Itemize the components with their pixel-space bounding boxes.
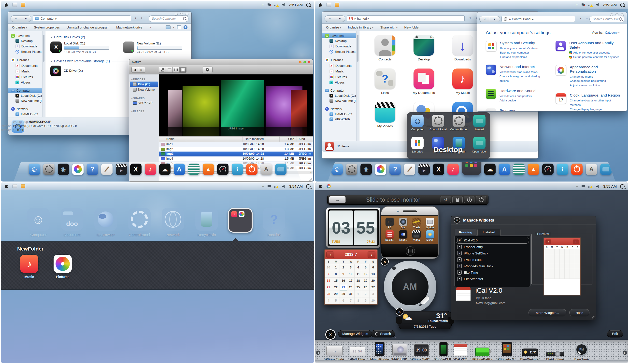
cp-link[interactable]: Change the theme: [570, 75, 622, 79]
cp-category-network-and-internet[interactable]: Network and InternetView network status …: [486, 65, 547, 83]
help-dock-icon[interactable]: ?: [87, 164, 98, 175]
clock[interactable]: 3:55 AM: [603, 184, 617, 188]
app-menu-icon[interactable]: [12, 3, 17, 7]
music-dock-icon[interactable]: ♪: [145, 164, 156, 175]
cp-link[interactable]: Adjust screen resolution: [570, 83, 622, 88]
about-dock-icon[interactable]: i: [232, 164, 243, 175]
spotlight-icon[interactable]: [306, 3, 311, 7]
file-icon-my-music[interactable]: ♪My Music: [444, 69, 481, 95]
group-header[interactable]: ◢Hard Disk Drives (2): [50, 35, 186, 39]
folder-menu-icon[interactable]: [21, 3, 25, 7]
cp-category-appearance-and-personalization[interactable]: Appearance and PersonalizationChange the…: [556, 65, 622, 88]
calendar-cell[interactable]: 13: [369, 271, 377, 277]
calendar-cell[interactable]: 1: [332, 264, 339, 271]
file-icon-downloads[interactable]: ↓Downloads: [444, 35, 481, 61]
sidebar-item-desktop[interactable]: Desktop: [8, 38, 45, 43]
volume-icon[interactable]: [596, 185, 600, 188]
widget-checkbox[interactable]: ×: [458, 238, 462, 243]
widget-checkbox[interactable]: ×: [457, 277, 462, 281]
calendar-cell[interactable]: 12: [362, 271, 369, 277]
apple-menu-icon[interactable]: [4, 184, 8, 188]
address-dropdown-icon[interactable]: ▾: [135, 16, 136, 20]
cp-link[interactable]: Set up parental controls for any user: [569, 55, 622, 59]
coverflow-image-2[interactable]: [182, 86, 219, 127]
volume-icon[interactable]: [282, 185, 286, 188]
sidebar-item-downloads[interactable]: Downloads: [8, 43, 45, 49]
column-name[interactable]: Name: [159, 136, 243, 142]
widget-dock-iphone-selc-[interactable]: 1900iPhone SelC...: [410, 341, 432, 361]
phone-app-trash[interactable]: Trash: [410, 218, 423, 230]
calendar-cell[interactable]: 10: [347, 271, 354, 277]
prev-icon[interactable]: ‹: [545, 240, 551, 244]
sidebar-item-downloads[interactable]: Downloads: [322, 43, 359, 49]
sidebar-item-desktop[interactable]: Desktop: [322, 38, 359, 43]
cp-category-programs[interactable]: AProgramsUninstall a program: [486, 108, 547, 112]
breadcrumb[interactable]: ▸ Control Panel ▸: [501, 16, 575, 22]
stack-item-libraries[interactable]: Libraries: [408, 137, 427, 153]
launchpad-item-controlpanel[interactable]: ControlPanel: [125, 208, 154, 237]
phone-app-deskt-[interactable]: Deskt...: [383, 230, 396, 242]
cloud-dock-icon[interactable]: ☁: [159, 164, 170, 175]
sidebar-item-libraries[interactable]: Libraries: [322, 57, 359, 63]
app-store-dock-icon[interactable]: A: [174, 164, 185, 175]
action-center-flag-icon[interactable]: [582, 3, 585, 6]
preview-pane-icon[interactable]: [177, 25, 181, 29]
calendar-cell[interactable]: 30: [340, 291, 347, 297]
coverflow-image-1[interactable]: [168, 90, 182, 127]
widget-dock-ekertime[interactable]: PMEkerTime: [571, 341, 593, 361]
overflow-chevron[interactable]: »: [149, 25, 151, 29]
menu-item-organize[interactable]: Organize▾: [12, 25, 27, 29]
cp-link[interactable]: Back up your computer: [500, 51, 538, 55]
column-date-modified[interactable]: Date modified: [243, 136, 279, 142]
dashboard-dock-icon[interactable]: [542, 164, 554, 175]
back-forward-buttons[interactable]: ◂▸: [10, 15, 31, 22]
widget-row-iphone-slide[interactable]: ×iPhone Slide: [456, 256, 529, 263]
address-dropdown-icon[interactable]: ▾: [470, 16, 471, 20]
view-by-value[interactable]: Category: [605, 31, 618, 34]
apple-menu-icon[interactable]: [318, 184, 322, 188]
calendar-cell[interactable]: 1: [354, 291, 362, 297]
calendar-cell[interactable]: 7: [325, 271, 332, 277]
network-warning-icon[interactable]: [275, 185, 278, 188]
widget-dock-iphone4s-m-[interactable]: iPhone4s M...: [496, 341, 518, 361]
file-icon-my-documents[interactable]: My Documents: [405, 69, 443, 95]
close-window-button[interactable]: ×: [454, 217, 460, 224]
sidebar-scrollbar[interactable]: [356, 31, 359, 141]
sidebar-item-hamed-pc[interactable]: HAMED-PC: [322, 112, 359, 117]
widget-checkbox[interactable]: ×: [457, 245, 462, 249]
sidebar-item-local-disk-c-[interactable]: Local Disk (C:): [8, 93, 45, 98]
power-button[interactable]: [476, 196, 486, 203]
settings-dock-icon[interactable]: [43, 164, 55, 175]
file-row-img3[interactable]: img310/06/09, 14:281.4 MBJPEG Im: [159, 151, 313, 156]
calendar-cell[interactable]: 4: [354, 264, 362, 271]
network-warning-icon[interactable]: [589, 185, 592, 188]
cp-link[interactable]: Find and fix problems: [500, 55, 538, 59]
utilities-dock-icon[interactable]: A: [261, 164, 272, 175]
spotlight-icon[interactable]: [306, 184, 311, 189]
nature-titlebar[interactable]: Nature: [129, 59, 313, 65]
widget-row-iphonebattry[interactable]: ×iPhoneBattry: [456, 244, 529, 250]
about-dock-icon[interactable]: i: [557, 164, 568, 175]
calendar-cell[interactable]: 10: [369, 297, 377, 304]
weather-widget[interactable]: ☁ 31° Thunderstorm 7/23/2013 Tues: [399, 311, 452, 329]
clock[interactable]: 3:54 AM: [289, 184, 303, 188]
widget-dock-iphone-slide[interactable]: →iPhone Slide: [323, 341, 345, 361]
lock-button[interactable]: [452, 196, 463, 203]
calendar-cell[interactable]: 29: [332, 291, 339, 297]
widget-row-iphone4s-mini-dock[interactable]: ×iPhone4s Mini Dock: [456, 263, 529, 269]
calendar-cell[interactable]: 16: [340, 277, 347, 284]
refresh-icon[interactable]: ○: [141, 16, 143, 19]
sidebar-item-documents[interactable]: Documents: [8, 63, 45, 69]
calendar-cell[interactable]: 6: [340, 297, 347, 304]
widget-row-ekerweahter[interactable]: ×EkerWeahter: [456, 276, 529, 282]
folder-menu-icon[interactable]: [21, 184, 25, 188]
power-dock-icon[interactable]: [246, 164, 258, 175]
stack-item-control-panel[interactable]: Control Panel: [428, 115, 448, 131]
calendar-cell[interactable]: 7: [347, 297, 354, 304]
sidebar-item-computer[interactable]: Computer: [8, 88, 45, 93]
close-dial-widget-button[interactable]: ×: [381, 258, 389, 265]
more-widgets-button[interactable]: More Widgets...: [528, 309, 566, 316]
search-button[interactable]: Search: [371, 330, 395, 338]
dashboard-dock-icon[interactable]: [217, 164, 228, 175]
calendar-cell[interactable]: 19: [362, 277, 369, 284]
